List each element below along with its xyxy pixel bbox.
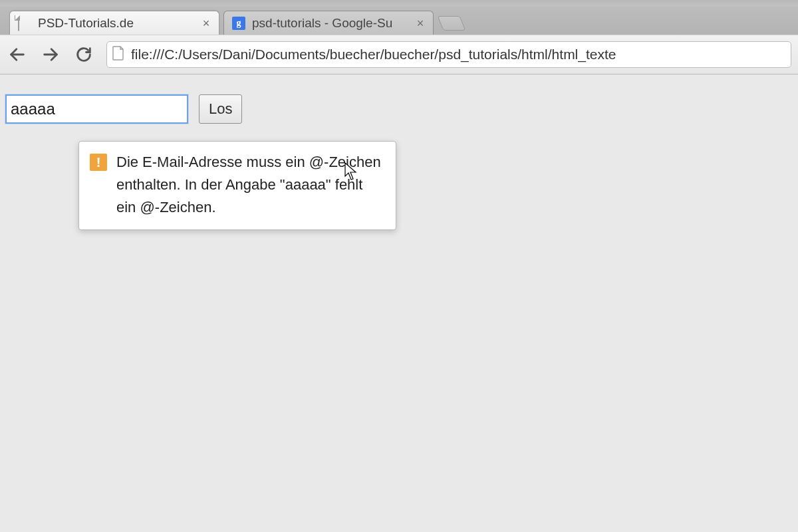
address-bar[interactable]: file:///C:/Users/Dani/Documents/buecher/… <box>106 41 791 68</box>
page-icon <box>112 46 124 64</box>
google-icon: g <box>232 17 245 30</box>
url-text: file:///C:/Users/Dani/Documents/buecher/… <box>131 47 616 63</box>
validation-tooltip: ! Die E-Mail-Adresse muss ein @-Zeichen … <box>78 141 396 230</box>
page-content: Los ! Die E-Mail-Adresse muss ein @-Zeic… <box>0 74 798 532</box>
new-tab-button[interactable] <box>438 16 466 31</box>
validation-message: Die E-Mail-Adresse muss ein @-Zeichen en… <box>116 151 384 219</box>
window-titlebar <box>0 0 798 7</box>
tab-psd-tutorials[interactable]: PSD-Tutorials.de × <box>9 11 219 35</box>
forward-button[interactable] <box>40 44 61 65</box>
tab-google-search[interactable]: g psd-tutorials - Google-Su × <box>223 11 434 35</box>
back-button[interactable] <box>7 44 28 65</box>
close-icon[interactable]: × <box>414 17 426 29</box>
tab-strip: PSD-Tutorials.de × g psd-tutorials - Goo… <box>0 7 798 35</box>
reload-button[interactable] <box>73 44 94 65</box>
file-icon <box>18 17 31 30</box>
toolbar: file:///C:/Users/Dani/Documents/buecher/… <box>0 35 798 74</box>
tab-title: PSD-Tutorials.de <box>38 16 196 31</box>
form: Los <box>5 94 793 124</box>
warning-icon: ! <box>90 154 107 171</box>
email-field[interactable] <box>5 94 188 124</box>
close-icon[interactable]: × <box>200 17 212 29</box>
submit-button[interactable]: Los <box>199 94 242 124</box>
tab-title: psd-tutorials - Google-Su <box>252 16 410 31</box>
